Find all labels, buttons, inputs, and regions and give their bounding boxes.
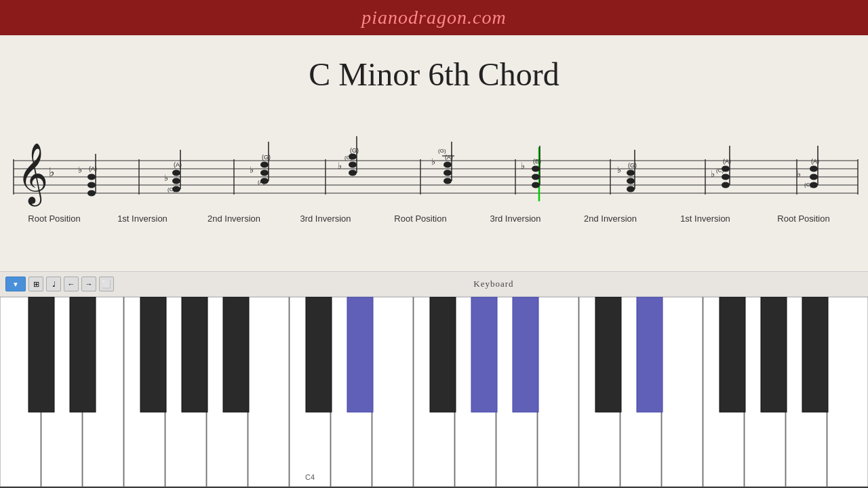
svg-rect-110 [70, 297, 96, 412]
svg-text:(G): (G) [438, 148, 446, 154]
svg-text:Root Position: Root Position [777, 214, 829, 224]
svg-point-75 [810, 166, 818, 172]
svg-text:(A): (A) [258, 179, 265, 185]
svg-rect-97 [372, 297, 413, 487]
svg-point-27 [172, 170, 180, 176]
svg-text:♭: ♭ [78, 165, 82, 175]
toolbar-controls: ▼ ⊞ ♩ ← → ⬜ [0, 277, 119, 291]
svg-point-33 [260, 170, 269, 176]
svg-rect-116 [430, 297, 456, 412]
svg-point-39 [349, 170, 357, 176]
forward-button[interactable]: → [81, 277, 96, 291]
svg-rect-113 [223, 297, 249, 412]
svg-text:1st Inversion: 1st Inversion [117, 214, 167, 224]
svg-point-19 [87, 190, 96, 197]
piano-container: .wk { fill: white; stroke: #888; stroke-… [0, 297, 868, 488]
svg-rect-101 [538, 297, 578, 487]
svg-point-61 [627, 178, 635, 184]
svg-text:(C): (C) [344, 155, 352, 161]
svg-point-56 [532, 182, 540, 188]
svg-rect-114 [306, 297, 332, 412]
keyboard-label: Keyboard [119, 279, 868, 289]
svg-text:♭: ♭ [797, 169, 801, 179]
chord-title: C Minor 6th Chord [0, 35, 868, 106]
svg-point-66 [722, 182, 730, 188]
svg-rect-120 [637, 297, 663, 412]
svg-rect-108 [827, 297, 868, 487]
svg-rect-111 [140, 297, 166, 412]
svg-rect-118 [513, 297, 538, 412]
svg-rect-115 [347, 297, 373, 412]
svg-point-55 [532, 174, 540, 180]
piano-svg: .wk { fill: white; stroke: #888; stroke-… [0, 297, 868, 488]
svg-rect-119 [595, 297, 621, 412]
svg-text:♭: ♭ [338, 161, 342, 171]
svg-text:♭: ♭ [164, 173, 168, 183]
svg-text:♭: ♭ [521, 161, 525, 171]
grid-button[interactable]: ⊞ [28, 277, 43, 291]
svg-rect-117 [471, 297, 497, 412]
svg-point-46 [443, 162, 452, 168]
svg-point-34 [260, 162, 269, 168]
screen-button[interactable]: ⬜ [99, 277, 114, 291]
svg-text:𝄞: 𝄞 [17, 143, 48, 207]
svg-point-26 [172, 178, 180, 184]
svg-text:♭: ♭ [250, 165, 254, 175]
piano-keyboard: .wk { fill: white; stroke: #888; stroke-… [0, 297, 868, 488]
svg-text:1st Inversion: 1st Inversion [680, 214, 730, 224]
music-staff: 𝄞 ♭ ♭ (A) ♭ (A) (C) ♭ [0, 106, 868, 242]
svg-text:3rd Inversion: 3rd Inversion [490, 214, 540, 224]
metronome-button[interactable]: ♩ [46, 277, 61, 291]
svg-text:♭: ♭ [711, 169, 715, 179]
svg-point-20 [87, 182, 96, 188]
svg-rect-123 [802, 297, 828, 412]
svg-point-67 [722, 174, 730, 180]
site-title: pianodragon.com [361, 7, 506, 28]
svg-point-74 [810, 174, 818, 180]
svg-text:(C): (C) [716, 167, 724, 174]
site-header: pianodragon.com [0, 0, 868, 35]
back-button[interactable]: ← [64, 277, 79, 291]
svg-text:♭: ♭ [431, 157, 435, 167]
view-dropdown[interactable]: ▼ [5, 277, 26, 291]
svg-point-62 [627, 186, 635, 192]
svg-point-47 [443, 170, 452, 176]
svg-point-60 [627, 170, 635, 176]
svg-text:Root Position: Root Position [28, 214, 80, 224]
svg-text:2nd Inversion: 2nd Inversion [584, 214, 637, 224]
svg-point-48 [443, 178, 452, 184]
dropdown-arrow: ▼ [12, 281, 19, 288]
svg-text:(G): (G) [262, 154, 271, 161]
svg-text:(C): (C) [167, 186, 175, 192]
svg-rect-112 [182, 297, 208, 412]
svg-point-21 [87, 174, 96, 180]
staff-area: 𝄞 ♭ ♭ (A) ♭ (A) (C) ♭ [0, 106, 868, 242]
main-content: C Minor 6th Chord [0, 35, 868, 271]
svg-text:Root Position: Root Position [394, 214, 446, 224]
svg-point-54 [532, 166, 540, 172]
svg-rect-121 [719, 297, 745, 412]
svg-text:(G): (G) [628, 162, 637, 169]
svg-text:2nd Inversion: 2nd Inversion [208, 214, 260, 224]
svg-text:3rd Inversion: 3rd Inversion [300, 214, 351, 224]
svg-rect-109 [28, 297, 54, 412]
svg-text:(G): (G) [350, 147, 359, 154]
svg-text:♭: ♭ [49, 165, 54, 179]
svg-rect-104 [662, 297, 703, 487]
svg-text:(C): (C) [804, 182, 812, 188]
svg-text:♭: ♭ [617, 165, 621, 175]
svg-point-40 [349, 162, 357, 168]
svg-rect-122 [761, 297, 787, 412]
svg-rect-94 [248, 297, 289, 487]
c4-label: C4 [305, 473, 315, 481]
keyboard-toolbar: ▼ ⊞ ♩ ← → ⬜ Keyboard [0, 271, 868, 297]
